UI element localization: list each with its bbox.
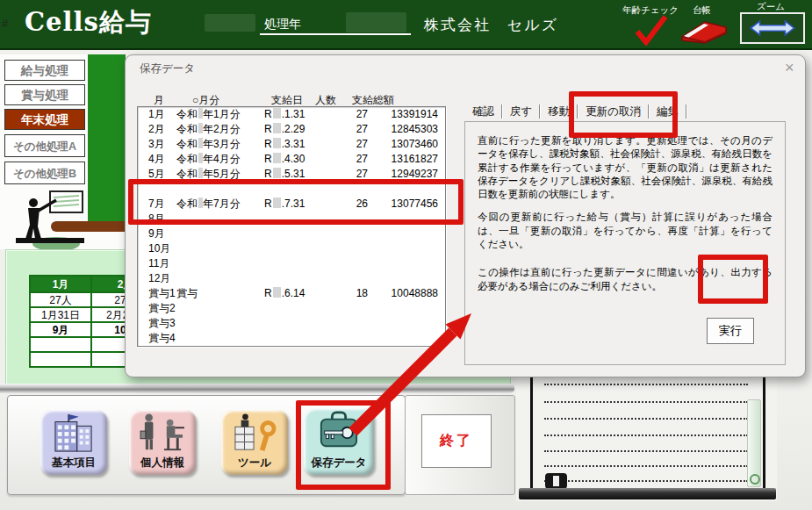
saved-data-row[interactable]: 1月令和年1月分R.1.312713391914 [138,107,445,122]
ledger-label: 台帳 [693,4,711,17]
mini-table-cell: 9月 [30,322,91,337]
saved-data-row[interactable]: 8月 [138,212,445,226]
nav-button-basic-items[interactable]: 基本項目 [40,410,107,475]
tab-戻す[interactable]: 戻す [504,103,538,121]
tab-separator [648,104,650,119]
age-check-icon[interactable] [634,14,669,49]
mini-table-cell [30,352,91,367]
tab-確認[interactable]: 確認 [466,103,500,121]
nav-button-label: ツール [221,456,288,470]
saved-data-row[interactable]: 賞与3 [138,316,445,331]
tab-更新の取消[interactable]: 更新の取消 [579,103,647,121]
corner-glyph: # [2,17,8,30]
execute-button[interactable]: 実行 [707,318,754,344]
saved-data-row[interactable] [138,182,445,197]
company-name: 株式会社 セルズ [424,15,558,35]
nav-button-label: 個人情報 [129,456,196,470]
close-icon[interactable]: × [785,59,794,77]
dotted-line [544,480,748,482]
redacted-era-digit [273,123,281,133]
redacted-era-digit [273,138,281,148]
redacted-era-digit [273,153,281,163]
notepad-left-border [530,364,533,489]
nav-button-saved-data[interactable]: 保存データ [304,408,374,475]
redacted-era-digit [273,198,281,208]
saved-data-row[interactable]: 9月 [138,226,445,241]
key-bag-icon [315,411,363,455]
nav-button-personal-info[interactable]: 個人情報 [129,410,196,475]
presenter-illustration [11,183,126,256]
dotted-line [544,418,748,420]
redacted-era-digit [273,287,281,298]
tab-separator [501,104,503,119]
notepad-bottom-bar [519,488,776,499]
processing-year-label: 処理年 [264,17,301,32]
app-window: # Cells給与 処理年 株式会社 セルズ 年齢チェック 台帳 ズーム [0,0,812,510]
sidebar-item[interactable]: 賞与処理 [4,84,85,105]
app-title: Cells給与 [25,5,152,40]
sidebar-item[interactable]: 給与処理 [4,60,85,81]
exit-frame: 終了 [405,395,515,495]
saved-data-row[interactable]: 賞与4 [138,331,445,346]
panel-paragraph: 今回の更新前に行った給与（賞与）計算に誤りがあった場合は、一旦「更新の取消」を行… [478,211,772,251]
saved-data-row[interactable]: 3月令和年3月分R.3.312713073460 [138,137,445,152]
dotted-line [544,401,748,403]
saved-data-row[interactable]: 5月令和年5月分R.5.312712949237 [138,167,445,182]
sidebar-item[interactable]: 年末処理 [4,109,85,130]
zoom-icon[interactable] [740,12,805,44]
mini-table-cell [30,337,91,352]
tab-separator [686,104,687,119]
scrollbar-circle [750,474,760,485]
building-icon [50,413,97,456]
saved-data-row[interactable]: 12月 [138,271,445,286]
redacted-era-digit [273,168,281,178]
saved-data-row[interactable]: 10月 [138,241,445,256]
notepad-right-border [763,364,765,489]
tools-icon [231,413,278,456]
notepad-panel [516,364,777,501]
saved-data-dialog: 保存データ × 月○月分支給日人数支給総額 1月令和年1月分R.1.312713… [125,54,806,377]
zoom-label: ズーム [757,1,785,13]
processing-year-underline [260,33,411,35]
dotted-line [544,450,748,452]
dialog-title: 保存データ [140,61,195,76]
tab-strip: 確認戻す移動更新の取消編集 [466,102,688,121]
redacted-era-digit [273,108,281,119]
people-icon [139,413,186,456]
notepad-handle[interactable] [545,473,567,489]
panel-paragraph: この操作は直前に行った更新データに間違いがあり、出力する必要がある場合にのみご利… [478,266,772,293]
header-bar: # Cells給与 処理年 株式会社 セルズ 年齢チェック 台帳 ズーム [0,0,812,50]
tab-編集[interactable]: 編集 [650,103,685,121]
nav-button-tools[interactable]: ツール [221,410,288,475]
saved-data-list: 1月令和年1月分R.1.3127133919142月令和年2月分R.2.2927… [137,106,446,347]
saved-data-row[interactable]: 賞与1賞与R.6.141810048888 [138,286,445,301]
dotted-line [544,384,748,385]
exit-button[interactable]: 終了 [421,414,492,468]
dotted-line [544,465,748,467]
ledger-book-icon[interactable] [678,18,730,50]
dotted-line [544,435,748,436]
sidebar-item[interactable]: その他処理A [4,134,85,157]
saved-data-row[interactable]: 7月令和年7月分R.7.312613077456 [138,197,445,212]
tab-移動[interactable]: 移動 [542,103,576,121]
saved-data-row[interactable]: 4月令和年4月分R.4.302713161827 [138,152,445,167]
mini-table-cell: 1月31日 [30,307,91,322]
redacted-value [346,12,406,32]
nav-button-label: 保存データ [304,456,374,470]
panel-paragraph: 直前に行った更新を取り消します。更新処理では、その月のデータを保存し、課税対象額… [478,134,772,201]
sidebar-nav: 給与処理賞与処理年末処理その他処理Aその他処理B [4,60,85,188]
saved-data-row[interactable]: 2月令和年2月分R.2.292712845303 [138,122,445,137]
nav-button-label: 基本項目 [40,456,107,470]
saved-data-row[interactable]: 11月 [138,256,445,271]
mini-table-cell: 27人 [30,292,91,307]
bottom-nav: 基本項目個人情報ツール保存データ [7,395,406,495]
tab-separator [539,104,541,119]
mini-table-header: 1月 [30,276,91,292]
saved-data-row[interactable]: 賞与2 [138,301,445,316]
sidebar-item[interactable]: その他処理B [4,162,85,184]
redacted-value [205,14,255,32]
tab-separator [577,104,578,119]
divider-bar [0,384,514,393]
tab-page: 直前に行った更新を取り消します。更新処理では、その月のデータを保存し、課税対象額… [464,121,786,365]
